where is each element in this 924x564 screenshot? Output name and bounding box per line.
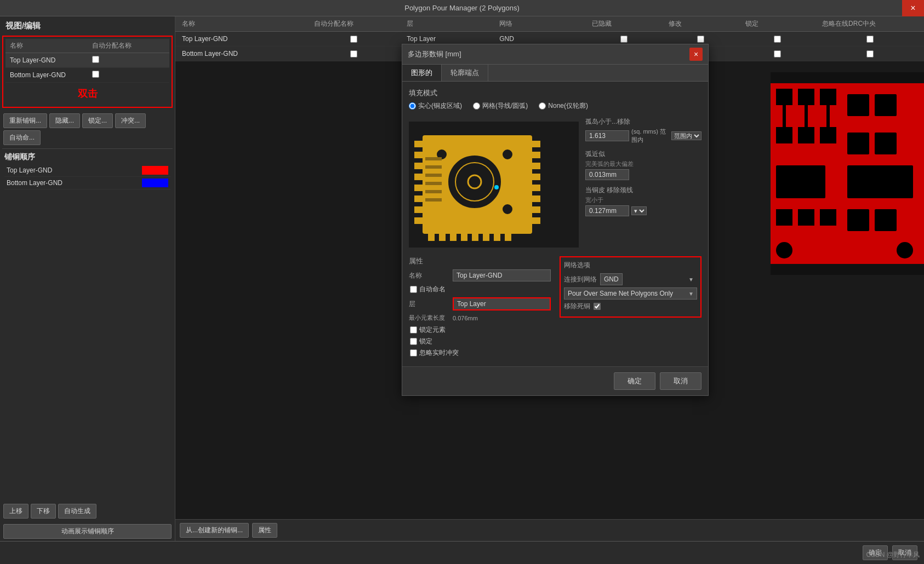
svg-rect-42 [428, 231, 435, 241]
svg-rect-29 [414, 174, 425, 180]
remove-neck-input[interactable] [585, 205, 629, 216]
modal-confirm-button[interactable]: 确定 [614, 372, 655, 390]
main-col-locked: 锁定 [739, 18, 815, 30]
down-button[interactable]: 下移 [31, 504, 56, 519]
main-cell-drc-0 [815, 34, 924, 44]
svg-point-55 [502, 204, 513, 215]
left-row-top[interactable]: Top Layer-GND [5, 53, 169, 68]
layer-select-wrapper: Top Layer Bottom Layer [453, 297, 551, 310]
copper-color-bar-blue [142, 179, 168, 187]
auto-gen-button[interactable]: 自动生成 [58, 504, 96, 519]
lock-button[interactable]: 锁定... [82, 113, 113, 128]
title-close-button[interactable]: × [902, 0, 924, 16]
svg-rect-3 [798, 89, 814, 105]
svg-rect-14 [776, 209, 792, 226]
svg-rect-27 [414, 152, 425, 158]
copper-order-row-bottom[interactable]: Bottom Layer-GND [4, 177, 170, 189]
arc-approx-sublabel: 完美弧的最大偏差 [585, 160, 701, 168]
modal-tab-outline[interactable]: 轮廓端点 [442, 65, 488, 81]
left-cell-auto-0 [88, 55, 170, 66]
prop-minseg-value: 0.076mm [453, 315, 478, 321]
connect-net-row: 连接到网络 GND VCC [564, 273, 697, 285]
arc-approx-input[interactable] [585, 169, 629, 180]
svg-point-52 [468, 175, 481, 188]
main-cell-hidden-0 [585, 34, 662, 44]
modal-close-button[interactable]: × [689, 48, 703, 61]
polygon-table-box: 名称 自动分配名称 Top Layer-GND Bottom Layer-GND… [2, 36, 173, 108]
main-cell-name-0: Top Layer-GND [175, 34, 307, 44]
left-section-title: 视图/编辑 [0, 16, 175, 33]
main-bottom-bar: 从...创建新的铺铜... 属性 [175, 519, 924, 541]
left-btn-row: 重新铺铜... 隐藏... 锁定... 冲突... 自动命... [0, 110, 175, 148]
fill-solid-option[interactable]: 实心(铜皮区域) [409, 101, 462, 111]
svg-rect-30 [414, 185, 425, 191]
svg-rect-9 [820, 127, 836, 143]
main-cell-lock-1 [739, 49, 815, 59]
modal-preview-image [409, 122, 579, 248]
main-col-auto: 自动分配名称 [307, 18, 400, 30]
svg-rect-46 [472, 231, 478, 241]
col-name: 名称 [5, 40, 88, 51]
watermark: CSDN @野行羊风 [866, 550, 920, 560]
auto-button[interactable]: 自动命... [3, 130, 41, 145]
prop-lock-elements-label: 锁定元素 [419, 325, 446, 335]
fill-grid-label: 网格(导线/圆弧) [482, 101, 528, 111]
copper-order-row-top[interactable]: Top Layer-GND [4, 164, 170, 177]
prop-layer-label: 层 [409, 300, 453, 309]
prop-lock-elements-checkbox[interactable] [410, 326, 417, 333]
fill-none-option[interactable]: None(仅轮廓) [539, 101, 588, 111]
copper-color-bar-red [142, 166, 168, 175]
connect-net-select-wrapper: GND VCC [600, 273, 697, 285]
remove-dead-checkbox[interactable] [594, 303, 601, 310]
fill-grid-option[interactable]: 网格(导线/圆弧) [473, 101, 528, 111]
prop-autoname-checkbox[interactable] [410, 286, 417, 293]
modal-cancel-button[interactable]: 取消 [660, 372, 701, 390]
modal-tab-shape[interactable]: 图形的 [402, 65, 442, 81]
net-options-box: 网络选项 连接到网络 GND VCC [560, 256, 701, 318]
svg-rect-19 [776, 242, 792, 258]
left-cell-name-0: Top Layer-GND [5, 55, 88, 65]
double-click-hint: 双击 [5, 83, 169, 105]
arc-approx-setting: 弧近似 完美弧的最大偏差 [585, 149, 701, 180]
modal-title-text: 多边形数铜 [mm] [408, 49, 461, 59]
svg-rect-58 [425, 165, 442, 169]
svg-rect-38 [529, 185, 540, 191]
main-cell-auto-0 [307, 34, 400, 44]
create-from-button[interactable]: 从...创建新的铺铜... [180, 523, 249, 538]
svg-rect-60 [425, 182, 442, 185]
left-cell-name-1: Bottom Layer-GND [5, 70, 88, 80]
island-remove-select[interactable]: 范围内 [671, 131, 701, 140]
svg-rect-10 [847, 133, 869, 154]
svg-rect-35 [529, 152, 540, 158]
prop-drc-checkbox[interactable] [410, 349, 417, 356]
main-cell-mod-0 [662, 34, 739, 44]
remove-neck-label: 当铜皮 移除颈线 [585, 186, 701, 195]
island-remove-input[interactable] [585, 130, 629, 141]
island-remove-unit: (sq. mms) 范围内 [631, 128, 669, 144]
left-row-bottom[interactable]: Bottom Layer-GND [5, 68, 169, 83]
remove-neck-value: ▾ [585, 205, 701, 216]
connect-net-select[interactable]: GND VCC [600, 273, 623, 285]
conflict-button[interactable]: 冲突... [115, 113, 146, 128]
anim-button[interactable]: 动画展示铺铜顺序 [3, 524, 172, 539]
remove-neck-sublabel: 宽小于 [585, 196, 701, 204]
svg-rect-44 [450, 231, 457, 241]
main-cell-layer-0: Top Layer [400, 34, 493, 44]
island-remove-label: 孤岛小于...移除 [585, 117, 701, 126]
pour-over-select[interactable]: Pour Over Same Net Polygons Only Pour Ov… [564, 287, 697, 300]
properties-button[interactable]: 属性 [252, 523, 277, 538]
remove-neck-select[interactable]: ▾ [631, 206, 647, 215]
net-options-title: 网络选项 [564, 261, 697, 270]
svg-rect-5 [847, 94, 869, 116]
recopper-button[interactable]: 重新铺铜... [3, 113, 47, 128]
remove-neck-setting: 当铜皮 移除颈线 宽小于 ▾ [585, 186, 701, 216]
hide-button[interactable]: 隐藏... [49, 113, 80, 128]
svg-rect-43 [439, 231, 446, 241]
up-button[interactable]: 上移 [3, 504, 28, 519]
prop-lock-checkbox[interactable] [410, 338, 417, 345]
prop-name-input[interactable] [453, 269, 551, 281]
svg-rect-7 [776, 127, 792, 143]
modal-preview-section: 孤岛小于...移除 (sq. mms) 范围内 范围内 弧近似 完美弧的最大偏差 [409, 117, 701, 252]
prop-layer-select[interactable]: Top Layer Bottom Layer [454, 298, 550, 309]
arc-approx-label: 弧近似 [585, 149, 701, 159]
